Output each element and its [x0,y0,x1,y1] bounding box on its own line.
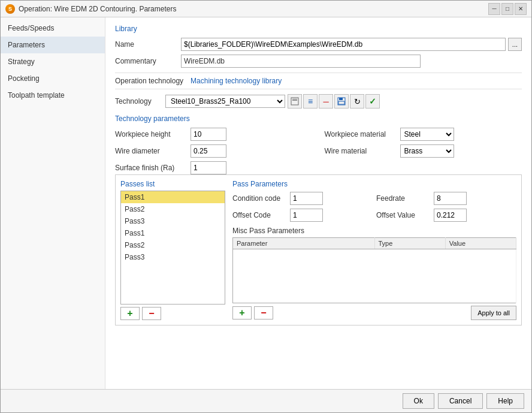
tech-params-title: Technology parameters [115,114,522,123]
misc-params-tbody [233,249,516,303]
tech-list-button[interactable]: ≡ [303,94,318,108]
pass-item-pass3-2[interactable]: Pass3 [121,251,225,263]
library-name-input[interactable] [181,38,506,51]
workpiece-height-row: Workpiece height [115,128,313,141]
commentary-input[interactable] [181,55,421,68]
content-area: Library Name ... Commentary Operation te… [105,17,531,389]
misc-params-title: Misc Pass Parameters [232,227,516,235]
titlebar: S Operation: Wire EDM 2D Contouring. Par… [1,1,531,17]
titlebar-left: S Operation: Wire EDM 2D Contouring. Par… [5,4,176,14]
maximize-button[interactable]: □ [501,3,513,15]
pass-params-title: Pass Parameters [232,180,516,188]
pass-params-grid: Condition code Feedrate Offset Code [232,192,516,222]
passes-controls: + − [120,307,225,320]
pass-item-pass2-2[interactable]: Pass2 [121,239,225,251]
minimize-button[interactable]: ─ [488,3,500,15]
tech-apply-button[interactable]: ✓ [365,94,380,108]
svg-rect-5 [338,101,344,104]
passes-left: Passes list Pass1 Pass2 Pass3 Pass1 Pass… [120,180,225,320]
library-section-title: Library [115,25,522,33]
workpiece-material-row: Workpiece material SteelAluminumCopper [325,128,522,141]
misc-col-type: Type [374,238,445,249]
sidebar-item-strategy[interactable]: Strategy [1,53,105,70]
surface-finish-input[interactable] [191,161,226,174]
condition-code-label: Condition code [232,194,286,203]
passes-remove-button[interactable]: − [142,307,161,320]
pass-item-pass1-1[interactable]: Pass1 [121,191,225,203]
misc-params-table: Parameter Type Value [232,237,516,303]
svg-rect-1 [292,99,297,100]
misc-remove-button[interactable]: − [254,306,273,319]
offset-value-row: Offset Value [376,209,516,222]
sidebar-item-parameters[interactable]: Parameters [1,37,105,53]
pass-item-pass3-1[interactable]: Pass3 [121,215,225,227]
technology-row: Technology Steel10_Brass25_Ra100 ≡ ─ ↻ ✓ [115,94,522,108]
main-window: S Operation: Wire EDM 2D Contouring. Par… [0,0,532,413]
tech-toolbar: ≡ ─ ↻ ✓ [288,94,380,108]
commentary-row: Commentary [115,55,522,68]
name-row: Name ... [115,38,522,51]
wire-diameter-label: Wire diameter [115,147,187,155]
offset-value-input[interactable] [434,209,467,222]
window-title: Operation: Wire EDM 2D Contouring. Param… [19,5,176,13]
feedrate-label: Feedrate [376,194,430,203]
offset-code-row: Offset Code [232,209,373,222]
offset-value-label: Offset Value [376,211,430,219]
offset-code-input[interactable] [290,209,323,222]
wire-material-row: Wire material BrassCopperZinc [325,144,522,158]
misc-controls-row: + − Apply to all [232,306,516,320]
app-icon: S [5,4,15,14]
feedrate-input[interactable] [434,192,467,205]
svg-rect-4 [339,98,343,100]
name-label: Name [115,40,181,49]
condition-code-input[interactable] [290,192,323,205]
technology-select[interactable]: Steel10_Brass25_Ra100 [165,95,285,108]
params-grid: Workpiece height Workpiece material Stee… [115,128,522,174]
condition-code-row: Condition code [232,192,373,205]
workpiece-height-label: Workpiece height [115,130,187,138]
sidebar-item-pocketing[interactable]: Pocketing [1,70,105,87]
passes-right: Pass Parameters Condition code Feedrate … [232,180,516,320]
sidebar-item-feeds-speeds[interactable]: Feeds/Speeds [1,20,105,37]
wire-diameter-input[interactable] [191,144,226,158]
tech-params-container: Technology parameters Workpiece height W… [115,114,522,174]
passes-add-button[interactable]: + [120,307,140,320]
surface-finish-label: Surface finish (Ra) [115,164,187,172]
op-tech-row: Operation technology Machining technolog… [115,73,522,89]
svg-rect-0 [291,98,298,105]
passes-list: Pass1 Pass2 Pass3 Pass1 Pass2 Pass3 [120,191,225,305]
tech-delete-button[interactable]: ─ [319,94,333,108]
wire-diameter-row: Wire diameter [115,144,313,158]
tech-refresh-button[interactable]: ↻ [350,94,364,108]
workpiece-height-input[interactable] [191,128,226,141]
wire-material-label: Wire material [325,147,397,155]
tech-save-button[interactable] [334,94,349,108]
titlebar-controls: ─ □ ✕ [488,3,527,15]
main-layout: Feeds/Speeds Parameters Strategy Pocketi… [1,17,531,389]
misc-col-value: Value [445,238,516,249]
pass-item-pass1-2[interactable]: Pass1 [121,227,225,239]
ok-button[interactable]: Ok [403,393,434,409]
cancel-button[interactable]: Cancel [438,393,483,409]
sidebar-item-toolpath-template[interactable]: Toolpath template [1,87,105,104]
feedrate-row: Feedrate [376,192,516,205]
svg-rect-2 [292,100,297,101]
technology-label: Technology [115,97,163,105]
op-tech-label: Operation technology [115,77,183,85]
machining-tech-link[interactable]: Machining technology library [191,77,282,85]
apply-all-button[interactable]: Apply to all [471,306,516,320]
surface-finish-row: Surface finish (Ra) [115,161,313,174]
passes-list-title: Passes list [120,180,225,188]
misc-controls-left: + − [232,306,273,319]
close-button[interactable]: ✕ [515,3,527,15]
help-button[interactable]: Help [486,393,524,409]
workpiece-material-select[interactable]: SteelAluminumCopper [400,128,454,141]
passes-area: Passes list Pass1 Pass2 Pass3 Pass1 Pass… [115,174,522,325]
offset-code-label: Offset Code [232,211,286,219]
pass-item-pass2-1[interactable]: Pass2 [121,203,225,215]
commentary-label: Commentary [115,57,181,65]
browse-button[interactable]: ... [508,38,522,51]
misc-add-button[interactable]: + [232,306,252,319]
wire-material-select[interactable]: BrassCopperZinc [400,144,454,158]
tech-new-button[interactable] [288,94,302,108]
